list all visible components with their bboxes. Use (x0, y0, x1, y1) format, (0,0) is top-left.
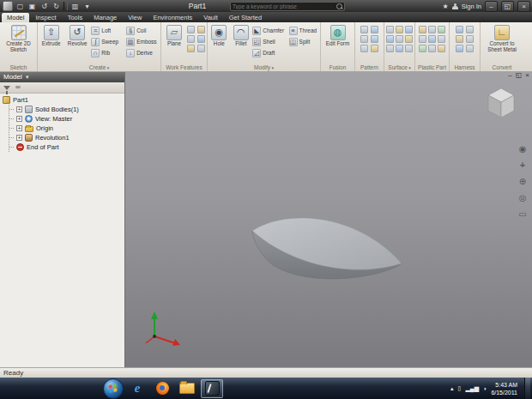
loft-button[interactable]: Loft (91, 26, 125, 35)
point-icon[interactable] (197, 26, 205, 33)
thicken-offset-icon[interactable] (396, 45, 403, 52)
tree-item-origin[interactable]: Origin (10, 124, 124, 133)
taskbar-item-inventor[interactable] (201, 379, 223, 398)
group-label-surface[interactable]: Surface (384, 64, 414, 71)
chevron-down-icon[interactable]: ▼ (25, 75, 30, 80)
orbit-icon[interactable]: ◎ (517, 192, 528, 203)
extend-surface-icon[interactable] (396, 35, 403, 43)
pattern-flyout-icon-1[interactable] (360, 45, 368, 52)
minimize-button[interactable]: – (485, 1, 498, 12)
new-file-icon[interactable]: ▢ (15, 2, 25, 11)
sketch-driven-pattern-icon[interactable] (360, 35, 368, 43)
circular-pattern-icon[interactable] (371, 26, 378, 33)
group-label-fusion[interactable]: Fusion (321, 64, 354, 71)
replace-face-icon[interactable] (386, 45, 394, 52)
tab-environments[interactable]: Environments (148, 13, 197, 22)
ruled-surface-icon[interactable] (405, 45, 413, 52)
convert-to-sheet-metal-button[interactable]: Convert to Sheet Metal (483, 24, 521, 52)
volume-icon[interactable]: ◗ (483, 385, 487, 391)
work-ucs-flyout-icon[interactable] (197, 45, 205, 52)
find-icon[interactable]: ∞ (15, 84, 21, 91)
harness-icon-2[interactable] (466, 26, 474, 33)
plastic-flyout-icon-2[interactable] (428, 45, 436, 52)
mirror-icon[interactable] (371, 35, 378, 43)
look-at-icon[interactable]: ▭ (517, 209, 528, 219)
ucs-icon[interactable] (187, 35, 195, 43)
tray-expand-icon[interactable]: ▴ (450, 385, 454, 391)
close-button[interactable]: × (517, 1, 530, 12)
tab-view[interactable]: View (123, 13, 147, 22)
pattern-flyout-icon-2[interactable] (371, 45, 378, 52)
sculpt-icon[interactable] (396, 26, 403, 33)
rule-fillet-icon[interactable] (428, 35, 436, 43)
pan-icon[interactable]: + (517, 160, 528, 170)
group-label-sketch[interactable]: Sketch (0, 64, 37, 71)
expand-icon[interactable] (16, 116, 22, 122)
search-input[interactable] (233, 3, 335, 10)
patch-icon[interactable] (405, 26, 413, 33)
stitch-surface-icon[interactable] (386, 26, 394, 33)
tab-get-started[interactable]: Get Started (224, 13, 267, 22)
sign-in-link[interactable]: Sign In (462, 3, 481, 10)
network-icon[interactable]: ▂▄▆ (465, 385, 479, 391)
undo-icon[interactable]: ↺ (39, 2, 49, 11)
tree-item-view-master[interactable]: View: Master (10, 114, 124, 124)
restore-button[interactable]: ◱ (501, 1, 514, 12)
tree-item-revolution1[interactable]: Revolution1 (10, 133, 124, 142)
group-label-plastic-part[interactable]: Plastic Part (415, 64, 449, 71)
tab-model[interactable]: Model (2, 13, 29, 22)
trim-surface-icon[interactable] (386, 35, 394, 43)
tab-inspect[interactable]: Inspect (30, 13, 61, 22)
start-button[interactable] (103, 378, 124, 399)
taskbar-item-firefox[interactable] (151, 379, 173, 398)
doc-restore-icon[interactable]: ◱ (516, 72, 523, 79)
harness-icon-4[interactable] (466, 35, 474, 43)
delete-face-icon[interactable] (405, 35, 413, 43)
tree-item-end-of-part[interactable]: End of Part (10, 142, 124, 152)
select-dropdown-icon[interactable]: ▾ (82, 2, 92, 11)
browser-header[interactable]: Model ▼ (0, 71, 124, 82)
graphics-viewport[interactable]: – ◱ × ◉ + ⊕ ◎ ▭ (125, 71, 532, 367)
edit-form-button[interactable]: Edit Form (323, 24, 353, 47)
favorites-star-icon[interactable]: ★ (442, 3, 448, 10)
hole-button[interactable]: Hole (209, 24, 230, 47)
expand-icon[interactable] (16, 106, 22, 112)
work-axis-flyout-icon[interactable] (197, 35, 205, 43)
harness-icon-3[interactable] (456, 35, 463, 43)
plastic-flyout-icon-3[interactable] (438, 45, 445, 52)
rectangular-pattern-icon[interactable] (360, 26, 368, 33)
redo-icon[interactable]: ↻ (51, 2, 61, 11)
boss-icon[interactable] (428, 26, 436, 33)
taskbar-item-explorer[interactable] (176, 379, 198, 398)
extrude-button[interactable]: Extrude (39, 24, 63, 47)
emboss-button[interactable]: Emboss (126, 37, 160, 46)
group-label-modify[interactable]: Modify (208, 64, 320, 71)
group-label-work-features[interactable]: Work Features (161, 64, 207, 71)
full-navigation-wheel-icon[interactable]: ◉ (517, 143, 528, 154)
group-label-harness[interactable]: Harness (450, 64, 480, 71)
shell-button[interactable]: Shell (252, 37, 287, 46)
tree-item-solid-bodies[interactable]: Solid Bodies(1) (10, 105, 124, 114)
app-menu-icon[interactable] (3, 1, 13, 11)
revolve-button[interactable]: Revolve (64, 24, 90, 47)
coil-button[interactable]: Coil (126, 26, 160, 35)
action-center-icon[interactable]: ▯ (458, 385, 462, 391)
tree-item-part1[interactable]: Part1 (3, 95, 124, 105)
tab-vault[interactable]: Vault (198, 13, 223, 22)
split-button[interactable]: Split (289, 37, 319, 46)
group-label-convert[interactable]: Convert (481, 64, 523, 71)
derive-button[interactable]: Derive (126, 48, 160, 57)
plane-button[interactable]: Plane (162, 24, 186, 47)
tab-manage[interactable]: Manage (88, 13, 122, 22)
tab-tools[interactable]: Tools (63, 13, 88, 22)
expand-icon[interactable] (16, 135, 22, 141)
harness-icon-5[interactable] (456, 45, 463, 52)
expand-icon[interactable] (16, 125, 22, 131)
show-desktop-button[interactable] (524, 378, 530, 399)
doc-minimize-icon[interactable]: – (508, 72, 511, 79)
rest-icon[interactable] (438, 26, 445, 33)
rib-button[interactable]: Rib (91, 48, 125, 57)
snap-fit-icon[interactable] (419, 35, 426, 43)
thread-button[interactable]: Thread (289, 26, 319, 35)
help-search-box[interactable] (230, 2, 345, 11)
